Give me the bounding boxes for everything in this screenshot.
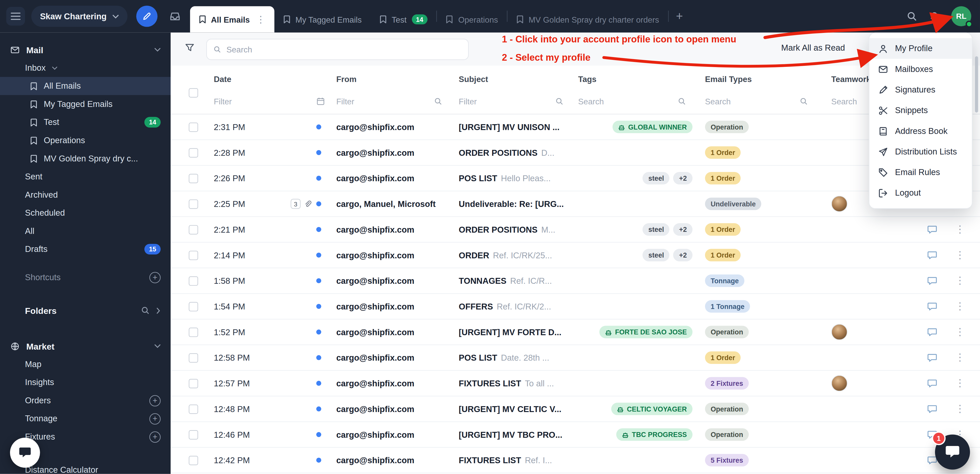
row-checkbox[interactable] [189, 327, 198, 337]
comment-icon[interactable] [927, 404, 937, 414]
help-chat-launcher[interactable] [10, 438, 40, 468]
email-type-chip[interactable]: 1 Order [705, 249, 741, 262]
email-type-chip[interactable]: Operation [705, 428, 749, 441]
sidebar-item-shortcuts[interactable]: Shortcuts + [0, 268, 170, 286]
tab-test[interactable]: Test 14 [371, 6, 437, 32]
email-type-chip[interactable]: 1 Tonnage [705, 300, 750, 313]
email-row[interactable]: 2:25 PM 3 cargo, Manuel, Microsoft Undel… [170, 191, 980, 217]
column-header-email-types[interactable]: Email Types [705, 74, 752, 83]
sidebar-item-scheduled[interactable]: Scheduled [0, 204, 170, 222]
row-menu-icon[interactable]: ⋮ [955, 404, 965, 414]
search-input[interactable] [226, 45, 462, 54]
select-all-checkbox[interactable] [189, 88, 198, 97]
sidebar-item-all-emails[interactable]: All Emails [0, 77, 170, 95]
tag-chip[interactable]: GLOBAL WINNER [612, 121, 692, 133]
email-row[interactable]: 12:42 PM cargo@shipfix.com FIXTURES LIST… [170, 448, 980, 474]
bell-icon[interactable] [929, 11, 940, 22]
row-menu-icon[interactable]: ⋮ [955, 250, 965, 260]
menu-item-logout[interactable]: Logout [869, 182, 972, 203]
comment-icon[interactable] [927, 224, 937, 235]
sidebar-item-all[interactable]: All [0, 222, 170, 240]
column-header-tags[interactable]: Tags [578, 74, 597, 83]
email-row[interactable]: 2:21 PM cargo@shipfix.com ORDER POSITION… [170, 217, 980, 243]
sidebar-item-operations[interactable]: Operations [0, 131, 170, 150]
comment-icon[interactable] [927, 276, 937, 286]
email-row[interactable]: 1:54 PM cargo@shipfix.com OFFERSRef. IC/… [170, 294, 980, 319]
email-type-chip[interactable]: Operation [705, 121, 749, 133]
menu-item-mailboxes[interactable]: Mailboxes [869, 59, 972, 80]
tag-chip[interactable]: CELTIC VOYAGER [611, 402, 692, 415]
row-checkbox[interactable] [189, 199, 198, 209]
email-row[interactable]: 12:48 PM cargo@shipfix.com [URGENT] MV C… [170, 396, 980, 422]
row-checkbox[interactable] [189, 430, 198, 439]
column-header-date[interactable]: Date [214, 74, 232, 83]
sidebar-section-market[interactable]: Market [0, 337, 170, 355]
hamburger-menu-button[interactable] [6, 7, 25, 26]
tab-my-tagged-emails[interactable]: My Tagged Emails [274, 6, 371, 32]
menu-item-my-profile[interactable]: My Profile [869, 38, 972, 59]
email-type-chip[interactable]: 2 Fixtures [705, 377, 749, 390]
mark-all-as-read-button[interactable]: Mark All as Read [781, 43, 845, 53]
email-type-chip[interactable]: 1 Order [705, 351, 741, 364]
account-profile-avatar[interactable]: RL [951, 6, 971, 26]
email-type-chip[interactable]: 1 Order [705, 146, 741, 159]
email-type-chip[interactable]: Operation [705, 326, 749, 338]
sidebar-item-my-tagged-emails[interactable]: My Tagged Emails [0, 95, 170, 113]
tab-menu-icon[interactable]: ⋮ [256, 14, 265, 25]
sidebar-item-orders[interactable]: Orders + [0, 391, 170, 410]
column-header-teamwork[interactable]: Teamwork [831, 74, 871, 83]
filter-button[interactable] [185, 42, 195, 53]
email-row[interactable]: 12:57 PM cargo@shipfix.com FIXTURES LIST… [170, 371, 980, 396]
add-shortcut-button[interactable]: + [149, 272, 161, 283]
row-checkbox[interactable] [189, 404, 198, 413]
row-checkbox[interactable] [189, 225, 198, 234]
comment-icon[interactable] [927, 327, 937, 337]
email-row[interactable]: 1:52 PM cargo@shipfix.com [URGENT] MV FO… [170, 319, 980, 345]
vertical-scrollbar[interactable] [975, 56, 978, 113]
row-checkbox[interactable] [189, 455, 198, 465]
sidebar-item-tonnage[interactable]: Tonnage + [0, 410, 170, 428]
row-checkbox[interactable] [189, 302, 198, 311]
email-row[interactable]: 2:31 PM cargo@shipfix.com [URGENT] MV UN… [170, 114, 980, 140]
row-checkbox[interactable] [189, 122, 198, 132]
search-box[interactable] [206, 39, 469, 60]
row-checkbox[interactable] [189, 148, 198, 157]
sidebar-section-mail[interactable]: Mail [0, 41, 170, 59]
tag-chip[interactable]: steel [643, 172, 670, 185]
row-checkbox[interactable] [189, 353, 198, 362]
menu-item-address-book[interactable]: Address Book [869, 121, 972, 141]
row-menu-icon[interactable]: ⋮ [955, 378, 965, 388]
sidebar-item-folders[interactable]: Folders [0, 301, 170, 319]
tab-operations[interactable]: Operations [437, 6, 507, 32]
add-fixture-button[interactable]: + [149, 431, 161, 442]
email-type-chip[interactable]: 5 Fixtures [705, 454, 749, 466]
row-checkbox[interactable] [189, 174, 198, 183]
email-row[interactable]: 2:26 PM cargo@shipfix.com POS LISTHello … [170, 166, 980, 192]
column-header-from[interactable]: From [336, 74, 356, 83]
email-type-chip[interactable]: Tonnage [705, 275, 745, 287]
tag-chip[interactable]: steel [643, 249, 670, 262]
teamwork-avatar[interactable] [831, 324, 847, 340]
tag-chip[interactable]: +2 [673, 223, 692, 236]
tag-chip[interactable]: +2 [673, 172, 692, 185]
row-menu-icon[interactable]: ⋮ [955, 224, 965, 235]
add-order-button[interactable]: + [149, 395, 161, 406]
email-row[interactable]: 12:58 PM cargo@shipfix.com POS LISTDate.… [170, 345, 980, 371]
tag-chip[interactable]: +2 [673, 249, 692, 262]
tags-filter-input[interactable]: Search [578, 93, 686, 109]
add-tab-button[interactable]: + [668, 9, 690, 23]
row-menu-icon[interactable]: ⋮ [955, 327, 965, 337]
menu-item-email-rules[interactable]: Email Rules [869, 162, 972, 182]
search-icon[interactable] [906, 11, 918, 22]
comment-icon[interactable] [927, 353, 937, 363]
support-chat-launcher[interactable]: 1 [935, 435, 970, 470]
email-row[interactable]: 2:14 PM cargo@shipfix.com ORDERRef. IC/R… [170, 243, 980, 268]
tag-chip[interactable]: steel [643, 223, 670, 236]
tag-chip[interactable]: TBC PROGRESS [616, 428, 692, 441]
comment-icon[interactable] [927, 250, 937, 260]
row-menu-icon[interactable]: ⋮ [955, 353, 965, 363]
row-checkbox[interactable] [189, 276, 198, 285]
email-type-chip[interactable]: 1 Order [705, 172, 741, 185]
add-tonnage-button[interactable]: + [149, 413, 161, 425]
from-filter-input[interactable]: Filter [336, 93, 443, 109]
